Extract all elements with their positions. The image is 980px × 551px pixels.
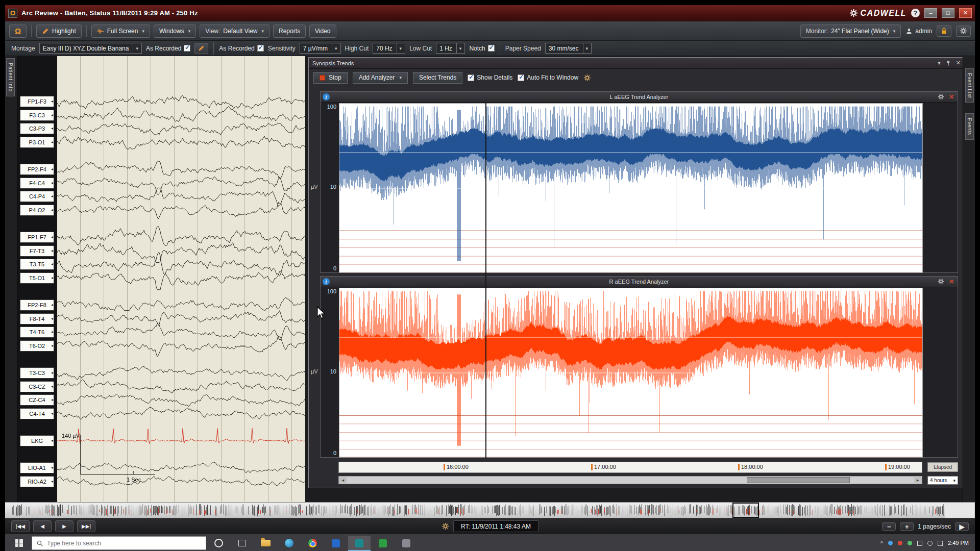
speed-decrease-button[interactable]: − xyxy=(882,522,896,531)
window-titlebar[interactable]: Ω Arc Review - Batten, Status 11/8/2011 … xyxy=(5,5,975,21)
channel-label-fp1-f7[interactable]: FP1-F7◂ xyxy=(20,232,54,243)
trend-scrollbar[interactable]: ◂ ▸ xyxy=(338,476,922,484)
task-view-button[interactable] xyxy=(231,536,253,551)
settings-button[interactable] xyxy=(956,26,971,37)
channel-collapse-icon[interactable]: ◂ xyxy=(51,248,53,253)
synopsis-header[interactable]: Synopsis Trends ▾ ✕ xyxy=(309,58,964,69)
trend-timeline[interactable]: 16:00:0017:00:0018:00:0019:00:00 xyxy=(338,462,922,473)
taskbar-clock[interactable]: 2:49 PM xyxy=(948,540,969,546)
highlight-button[interactable]: Highlight xyxy=(36,24,82,38)
auto-fit-checkbox[interactable]: Auto Fit to Window xyxy=(518,74,578,81)
channel-collapse-icon[interactable]: ◂ xyxy=(51,235,53,239)
lowcut-dropdown[interactable]: 1 Hz ▾ xyxy=(436,43,465,54)
start-button[interactable] xyxy=(7,536,31,551)
app-button-2[interactable] xyxy=(372,536,394,551)
eeg-trace-canvas[interactable] xyxy=(57,56,305,502)
channel-label-f4-c4[interactable]: F4-C4◂ xyxy=(20,178,54,189)
eeg-trace-area[interactable] xyxy=(57,56,305,502)
add-analyzer-dropdown[interactable]: Add Analyzer ▾ xyxy=(353,72,408,84)
close-icon[interactable]: ✕ xyxy=(949,94,954,100)
channel-label-t3-t5[interactable]: T3-T5◂ xyxy=(20,259,54,270)
notch-checkbox[interactable]: Notch xyxy=(469,45,494,52)
r-aeeg-trend-canvas[interactable] xyxy=(339,288,923,458)
jump-end-button[interactable]: ▶▶| xyxy=(77,520,95,532)
channel-label-t4-t6[interactable]: T4-T6◂ xyxy=(20,327,54,338)
channel-collapse-icon[interactable]: ◂ xyxy=(51,411,53,416)
edit-montage-button[interactable] xyxy=(194,43,208,54)
channel-collapse-icon[interactable]: ◂ xyxy=(51,330,53,334)
panel-collapse-icon[interactable]: ▾ xyxy=(938,60,941,66)
channel-collapse-icon[interactable]: ◂ xyxy=(51,343,53,348)
tray-icon[interactable] xyxy=(917,541,922,546)
close-icon[interactable]: ✕ xyxy=(949,279,954,285)
taskbar-search[interactable] xyxy=(32,536,206,550)
channel-label-ekg[interactable]: EKG◂ xyxy=(20,435,54,446)
app-button-3[interactable] xyxy=(395,536,418,551)
channel-label-fp2-f8[interactable]: FP2-F8◂ xyxy=(20,299,54,311)
tray-icon[interactable] xyxy=(898,541,902,545)
scroll-left-button[interactable]: ◂ xyxy=(339,477,347,483)
gear-icon[interactable] xyxy=(938,278,944,285)
channel-collapse-icon[interactable]: ◂ xyxy=(51,208,53,212)
lock-button[interactable] xyxy=(937,26,951,37)
channel-label-rio-a2[interactable]: RIO-A2◂ xyxy=(20,476,54,487)
montage-omega-button[interactable]: Ω xyxy=(9,24,27,38)
minimize-button[interactable]: – xyxy=(924,8,937,18)
close-button[interactable]: ✕ xyxy=(959,8,972,18)
gear-icon[interactable] xyxy=(938,93,944,100)
scroll-right-button[interactable]: ▸ xyxy=(914,477,922,483)
select-trends-button[interactable]: Select Trends xyxy=(413,72,462,84)
channel-collapse-icon[interactable]: ◂ xyxy=(51,181,53,185)
channel-collapse-icon[interactable]: ◂ xyxy=(51,99,53,104)
page-forward-button[interactable]: ▶ xyxy=(55,520,74,532)
montage-dropdown[interactable]: Easy III D) XYZ Double Banana ▾ xyxy=(39,43,142,54)
tray-icon[interactable] xyxy=(888,541,893,545)
event-list-tab[interactable]: Event List xyxy=(965,68,974,103)
arc-review-taskbar-button[interactable] xyxy=(348,536,371,551)
channel-collapse-icon[interactable]: ◂ xyxy=(51,113,53,117)
show-details-checkbox[interactable]: Show Details xyxy=(468,74,512,81)
channel-label-f7-t3[interactable]: F7-T3◂ xyxy=(20,245,54,257)
tray-icon[interactable] xyxy=(908,541,912,545)
channel-collapse-icon[interactable]: ◂ xyxy=(51,126,53,131)
tray-icon[interactable] xyxy=(938,541,943,546)
channel-label-c3-p3[interactable]: C3-P3◂ xyxy=(20,123,54,134)
play-button[interactable]: ▶ xyxy=(955,522,969,531)
channel-label-c4-p4[interactable]: C4-P4◂ xyxy=(20,191,54,202)
help-button[interactable]: ? xyxy=(911,9,920,17)
channel-collapse-icon[interactable]: ◂ xyxy=(51,262,53,266)
channel-collapse-icon[interactable]: ◂ xyxy=(51,140,53,144)
scrollbar-thumb[interactable] xyxy=(747,477,850,483)
edge-button[interactable] xyxy=(278,536,300,551)
channel-collapse-icon[interactable]: ◂ xyxy=(51,276,53,280)
tray-chevron-icon[interactable]: ^ xyxy=(880,540,883,546)
channel-collapse-icon[interactable]: ◂ xyxy=(51,316,53,321)
channel-collapse-icon[interactable]: ◂ xyxy=(51,370,53,375)
channel-label-f8-t4[interactable]: F8-T4◂ xyxy=(20,313,54,324)
channel-collapse-icon[interactable]: ◂ xyxy=(51,479,53,484)
channel-label-fp1-f3[interactable]: FP1-F3◂ xyxy=(20,96,54,107)
info-icon[interactable]: i xyxy=(323,93,330,101)
channel-collapse-icon[interactable]: ◂ xyxy=(51,384,53,389)
windows-dropdown[interactable]: Windows ▾ xyxy=(154,24,196,38)
panel-close-icon[interactable]: ✕ xyxy=(956,60,961,66)
info-icon[interactable]: i xyxy=(323,278,330,285)
file-explorer-button[interactable] xyxy=(254,536,277,551)
reports-button[interactable]: Reports xyxy=(273,24,306,38)
paperspeed-dropdown[interactable]: 30 mm/sec ▾ xyxy=(545,43,592,54)
maximize-button[interactable]: □ xyxy=(942,8,954,18)
l-aeeg-trend-canvas[interactable] xyxy=(339,103,923,273)
view-dropdown[interactable]: View: Default View ▾ xyxy=(200,24,270,38)
channel-label-t3-c3[interactable]: T3-C3◂ xyxy=(20,367,54,379)
patient-info-tab[interactable]: Patient Info xyxy=(6,58,15,96)
trend-settings-gear-icon[interactable] xyxy=(583,74,591,82)
l-aeeg-header[interactable]: i L aEEG Trend Analyzer ✕ xyxy=(321,92,958,103)
channel-label-p3-o1[interactable]: P3-O1◂ xyxy=(20,137,54,148)
elapsed-button[interactable]: Elapsed xyxy=(927,462,958,472)
chrome-button[interactable] xyxy=(301,536,324,551)
video-button[interactable]: Video xyxy=(309,24,336,38)
monitor-dropdown[interactable]: Monitor: 24" Flat Panel (Wide) ▾ xyxy=(800,24,901,38)
tray-icon[interactable] xyxy=(927,541,933,546)
montage-as-recorded-checkbox[interactable]: As Recorded xyxy=(146,45,190,52)
channel-collapse-icon[interactable]: ◂ xyxy=(51,438,53,443)
